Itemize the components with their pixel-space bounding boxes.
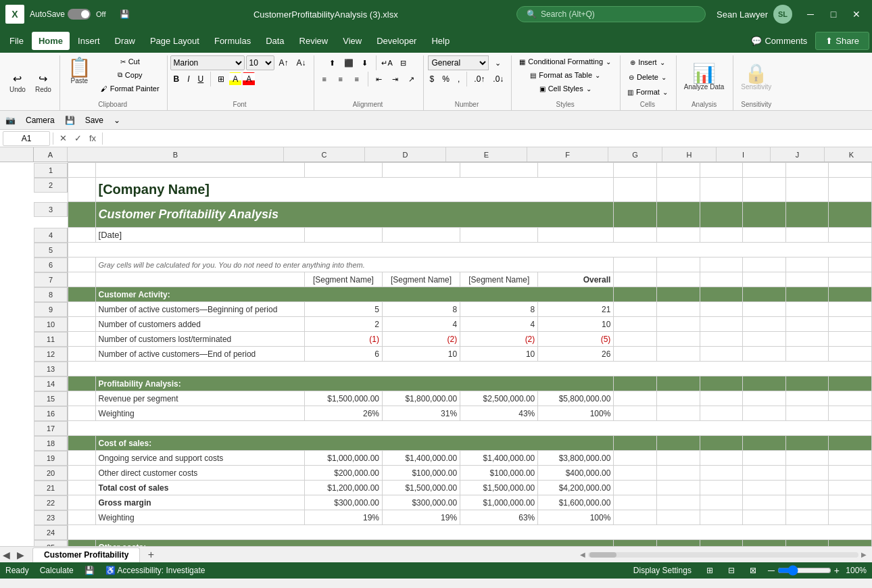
cell-i21[interactable] <box>700 481 743 495</box>
cell-d23[interactable]: 19% <box>382 510 460 525</box>
menu-draw[interactable]: Draw <box>108 32 142 50</box>
cell-d12[interactable]: 10 <box>382 347 460 362</box>
cell-f12[interactable]: 26 <box>538 347 614 362</box>
insert-button[interactable]: ⊕ Insert ⌄ <box>626 55 669 69</box>
number-format-select[interactable]: General <box>428 55 489 70</box>
cell-e7[interactable]: [Segment Name] <box>460 272 538 287</box>
cell-j1[interactable] <box>743 163 786 178</box>
cell-a10[interactable] <box>68 317 96 332</box>
cell-c4[interactable] <box>304 228 382 243</box>
cell-k19[interactable] <box>785 451 829 466</box>
align-middle-button[interactable]: ⬛ <box>341 56 356 70</box>
cell-b11[interactable]: Number of customers lost/terminated <box>95 332 304 347</box>
cell-a3[interactable] <box>68 202 96 228</box>
tab-next-button[interactable]: ▶ <box>14 548 27 562</box>
font-color-button[interactable]: A <box>243 72 255 86</box>
cell-b16[interactable]: Weighting <box>95 406 304 421</box>
cell-i2[interactable] <box>700 178 743 202</box>
maximize-button[interactable]: □ <box>823 7 844 21</box>
zoom-in-button[interactable]: + <box>834 565 840 576</box>
cell-i3[interactable] <box>700 202 743 228</box>
row-header-16[interactable]: 16 <box>34 406 68 421</box>
scroll-right-button[interactable]: ▶ <box>861 551 867 558</box>
cell-g18[interactable] <box>614 436 657 451</box>
cell-f22[interactable]: $1,600,000.00 <box>538 495 614 510</box>
cell-j22[interactable] <box>743 495 786 510</box>
cell-a23[interactable] <box>68 510 96 525</box>
cell-g1[interactable] <box>614 163 657 178</box>
cell-b22[interactable]: Gross margin <box>95 495 304 510</box>
underline-button[interactable]: U <box>195 72 208 86</box>
cell-j9[interactable] <box>743 302 786 317</box>
cell-a19[interactable] <box>68 451 96 466</box>
cell-h14[interactable] <box>656 376 700 391</box>
cell-reference-input[interactable] <box>3 131 50 146</box>
cell-g9[interactable] <box>614 302 657 317</box>
cell-g15[interactable] <box>614 391 657 406</box>
font-size-select[interactable]: 10 <box>246 55 274 70</box>
normal-view-button[interactable]: ⊞ <box>703 564 717 577</box>
cell-l16[interactable] <box>829 406 872 421</box>
cell-a16[interactable] <box>68 406 96 421</box>
cell-i4[interactable] <box>700 228 743 243</box>
cell-h9[interactable] <box>656 302 700 317</box>
cell-j16[interactable] <box>743 406 786 421</box>
row-header-20[interactable]: 20 <box>34 466 68 481</box>
cell-i15[interactable] <box>700 391 743 406</box>
cell-l9[interactable] <box>829 302 872 317</box>
cell-i14[interactable] <box>700 376 743 391</box>
row-header-5[interactable]: 5 <box>34 243 68 258</box>
cell-k9[interactable] <box>785 302 829 317</box>
accessibility-status[interactable]: ♿ Accessibility: Investigate <box>105 566 205 575</box>
cell-i1[interactable] <box>700 163 743 178</box>
cell-h20[interactable] <box>656 466 700 481</box>
col-header-f[interactable]: F <box>527 147 608 162</box>
cell-c15[interactable]: $1,500,000.00 <box>304 391 382 406</box>
cell-f23[interactable]: 100% <box>538 510 614 525</box>
cell-l22[interactable] <box>829 495 872 510</box>
cell-d16[interactable]: 31% <box>382 406 460 421</box>
cell-j2[interactable] <box>743 178 786 202</box>
autosave-toggle[interactable]: AutoSave Off <box>30 9 106 20</box>
cell-i25[interactable] <box>700 540 743 547</box>
row-header-1[interactable]: 1 <box>34 163 68 178</box>
cell-f15[interactable]: $5,800,000.00 <box>538 391 614 406</box>
scroll-left-button[interactable]: ◀ <box>580 551 585 558</box>
cell-d11[interactable]: (2) <box>382 332 460 347</box>
cell-d10[interactable]: 4 <box>382 317 460 332</box>
cell-i11[interactable] <box>700 332 743 347</box>
cell-e20[interactable]: $100,000.00 <box>460 466 538 481</box>
cell-j20[interactable] <box>743 466 786 481</box>
cell-a13[interactable] <box>68 362 872 376</box>
col-header-k[interactable]: K <box>825 147 872 162</box>
cell-j19[interactable] <box>743 451 786 466</box>
cell-k25[interactable] <box>785 540 829 547</box>
format-table-button[interactable]: ▤ Format as Table ⌄ <box>525 69 605 81</box>
cell-h10[interactable] <box>656 317 700 332</box>
cell-i22[interactable] <box>700 495 743 510</box>
cell-e4[interactable] <box>460 228 538 243</box>
cell-b7[interactable] <box>95 272 304 287</box>
cell-g19[interactable] <box>614 451 657 466</box>
row-header-4[interactable]: 4 <box>34 228 68 243</box>
cell-l7[interactable] <box>829 272 872 287</box>
cell-c20[interactable]: $200,000.00 <box>304 466 382 481</box>
row-header-22[interactable]: 22 <box>34 495 68 510</box>
cell-k11[interactable] <box>785 332 829 347</box>
row-header-7[interactable]: 7 <box>34 272 68 287</box>
cell-j18[interactable] <box>743 436 786 451</box>
cell-h1[interactable] <box>656 163 700 178</box>
cell-j11[interactable] <box>743 332 786 347</box>
cell-l8[interactable] <box>829 287 872 302</box>
cell-c11[interactable]: (1) <box>304 332 382 347</box>
cell-a21[interactable] <box>68 481 96 495</box>
cell-e21[interactable]: $1,500,000.00 <box>460 481 538 495</box>
cell-h12[interactable] <box>656 347 700 362</box>
cell-e23[interactable]: 63% <box>460 510 538 525</box>
h-scrollbar-track[interactable] <box>588 552 858 558</box>
cell-k20[interactable] <box>785 466 829 481</box>
cell-k8[interactable] <box>785 287 829 302</box>
cell-b23[interactable]: Weighting <box>95 510 304 525</box>
align-center-button[interactable]: ≡ <box>333 72 348 86</box>
cell-b25[interactable]: Other costs: <box>95 540 614 547</box>
